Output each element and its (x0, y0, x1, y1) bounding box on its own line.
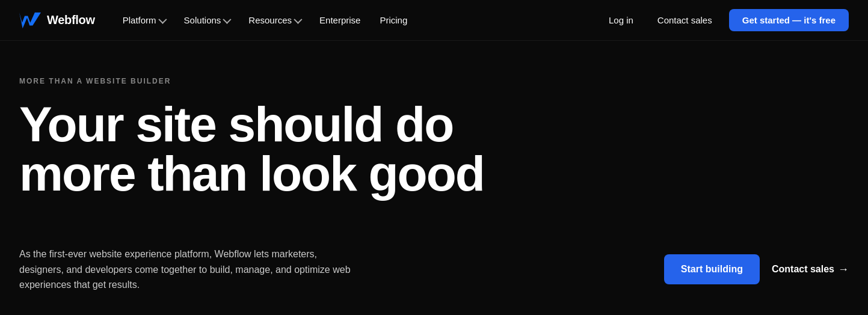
nav-item-solutions[interactable]: Solutions (176, 10, 238, 30)
arrow-right-icon: → (838, 263, 849, 276)
logo-text: Webflow (47, 13, 95, 27)
hero-subtext-container: As the first-ever website experience pla… (19, 246, 356, 293)
nav-label-platform: Platform (123, 15, 156, 25)
get-started-button[interactable]: Get started — it's free (729, 9, 849, 31)
nav-label-pricing: Pricing (380, 15, 407, 25)
start-building-button[interactable]: Start building (664, 254, 760, 284)
hero-section: MORE THAN A WEBSITE BUILDER Your site sh… (0, 41, 868, 315)
chevron-down-icon (158, 15, 167, 23)
hero-subtext: As the first-ever website experience pla… (19, 246, 356, 293)
nav-label-solutions: Solutions (184, 15, 221, 25)
logo-link[interactable]: Webflow (19, 12, 95, 29)
chevron-down-icon (294, 15, 302, 23)
hero-eyebrow: MORE THAN A WEBSITE BUILDER (19, 77, 582, 85)
hero-headline-line2: more than look good (19, 146, 484, 201)
hero-contact-link[interactable]: Contact sales → (772, 263, 849, 276)
hero-content: MORE THAN A WEBSITE BUILDER Your site sh… (0, 41, 602, 246)
nav-item-resources[interactable]: Resources (240, 10, 309, 30)
nav-links: Platform Solutions Resources Enterprise … (114, 10, 602, 30)
nav-label-resources: Resources (248, 15, 292, 25)
hero-contact-label: Contact sales (772, 264, 834, 275)
page-layout: MORE THAN A WEBSITE BUILDER Your site sh… (0, 41, 868, 315)
nav-item-enterprise[interactable]: Enterprise (311, 10, 369, 30)
nav-item-pricing[interactable]: Pricing (371, 10, 416, 30)
hero-cta-container: Start building Contact sales → (664, 254, 849, 284)
webflow-logo-icon (19, 12, 41, 29)
nav-right: Log in Contact sales Get started — it's … (602, 9, 849, 31)
hero-headline: Your site should do more than look good (19, 100, 582, 198)
contact-sales-link[interactable]: Contact sales (650, 10, 719, 30)
nav-item-platform[interactable]: Platform (114, 10, 173, 30)
nav-label-enterprise: Enterprise (319, 15, 360, 25)
hero-bottom: As the first-ever website experience pla… (0, 246, 868, 315)
login-link[interactable]: Log in (602, 10, 641, 30)
navbar: Webflow Platform Solutions Resources Ent… (0, 0, 868, 41)
chevron-down-icon (223, 15, 232, 23)
hero-headline-line1: Your site should do (19, 97, 453, 151)
